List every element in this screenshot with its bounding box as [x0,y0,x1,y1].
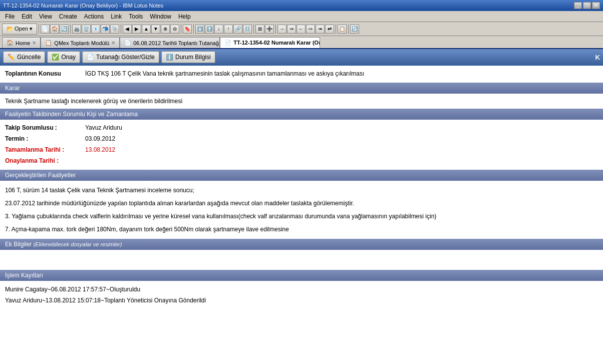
switch-icon[interactable]: ⇄ [325,25,334,34]
guncelle-icon: ✏️ [8,54,15,61]
menu-view[interactable]: View [36,12,55,21]
termin-row: Termin : 03.09.2012 [5,134,598,145]
arrow-r3-icon[interactable]: ⇨ [306,25,315,34]
menu-file[interactable]: File [2,12,18,21]
bookmark-icon[interactable]: 🔖 [183,25,192,34]
separator-8 [336,24,336,34]
arrow-r2-icon[interactable]: ⇒ [287,25,296,34]
separator-3 [121,24,121,34]
download-icon[interactable]: ⬇️ [195,25,204,34]
tutanagi-button[interactable]: 📄 Tutanağı Göster/Gizle [82,51,159,63]
onaylanma-row: Onaylanma Tarihi : [5,156,598,167]
prev-icon[interactable]: ◀ [123,25,132,34]
tab-karar[interactable]: 📄 TT-12-1354-02 Numaralı Karar (Onay ...… [220,37,320,48]
karar-tab-label: TT-12-1354-02 Numaralı Karar (Onay ... [233,40,320,46]
attach-icon[interactable]: 📎 [110,25,119,34]
qmex-tab-close[interactable]: ✕ [111,40,115,46]
close-panel-button[interactable]: K [595,54,600,61]
expand-icon[interactable]: ⊕ [161,25,170,34]
address-icon[interactable]: 📬 [101,25,110,34]
tab-qmex[interactable]: 📋 QMex Toplantı Modülü ✕ [41,37,120,48]
ek-bilgiler-sub: (Eklenebilecek dosyalar ve resimler) [34,241,122,247]
delete-icon[interactable]: 🗑️ [82,25,91,34]
guncelle-button[interactable]: ✏️ Güncelle [3,51,45,63]
islem-log2: Yavuz Ariduru~13.08.2012 15:07:18~Toplan… [5,295,598,306]
home-tab-close[interactable]: ✕ [32,40,36,46]
up-icon[interactable]: ▲ [142,25,151,34]
menu-bar: File Edit View Create Actions Link Tools… [0,11,603,22]
open-button[interactable]: 📂 Open ▾ [2,24,37,35]
collapse-icon[interactable]: ⊖ [170,25,179,34]
ek-bilgiler-content [0,250,603,270]
gerceklestirilen-text2: 23.07.2012 tarihinde müdürlüğünüzde yapı… [5,197,598,210]
durum-icon: ℹ️ [166,54,173,61]
print-icon[interactable]: 🖨️ [72,25,81,34]
gerceklestirilen-text4: 7. Açma-kapama max. tork değeri 180Nm, d… [5,223,598,236]
arrow-r1-icon[interactable]: → [277,25,286,34]
add-icon[interactable]: ➕ [265,25,274,34]
menu-edit[interactable]: Edit [19,12,35,21]
tab-home[interactable]: 🏠 Home ✕ [2,37,41,48]
faaliyet-form: Takip Sorumlusu : Yavuz Ariduru Termin :… [0,120,603,170]
unlink-icon[interactable]: ⛓️ [243,25,252,34]
onay-icon: ✅ [52,54,59,61]
tamamlanma-label: Tamamlanma Tarihi : [5,146,85,153]
karar-text: Teknik Şartname taslağı incelenerek görü… [0,94,603,109]
tamamlanma-row: Tamamlanma Tarihi : 13.08.2012 [5,145,598,156]
toplanti-konu-label: Toplantının Konusu [5,70,85,77]
termin-value: 03.09.2012 [85,135,598,142]
separator-5 [193,24,194,34]
grid-icon[interactable]: ⊞ [255,25,264,34]
copy-icon[interactable]: 📋 [338,25,347,34]
home-icon[interactable]: 🏠 [50,25,59,34]
menu-actions[interactable]: Actions [81,12,107,21]
menu-link[interactable]: Link [108,12,125,21]
new-doc-icon[interactable]: 📄 [41,25,50,34]
refresh-icon[interactable]: 🔄 [60,25,69,34]
maximize-button[interactable]: □ [583,2,591,9]
window-title: TT-12-1354-02 Numaralı Karar (Onay Bekli… [3,3,163,9]
islem-log1: Munire Cagatay~06.08.2012 17:57:57~Oluşt… [5,284,598,295]
meeting-tab-icon: 📄 [124,40,131,46]
tamamlanma-value: 13.08.2012 [85,146,598,153]
menu-create[interactable]: Create [56,12,80,21]
separator-2 [70,24,71,34]
menu-tools[interactable]: Tools [126,12,146,21]
meeting-tab-label: 06.08.2012 Tarihli Toplantı Tutanağı ... [133,40,220,46]
durum-button[interactable]: ℹ️ Durum Bilgisi [161,51,215,63]
link-icon[interactable]: 🔗 [233,25,242,34]
arrow-l-icon[interactable]: ← [296,25,306,34]
down-icon[interactable]: ▼ [151,25,160,34]
gerceklestirilen-section-header: Gerçekleştirilen Faaliyetler [0,170,603,181]
termin-label: Termin : [5,135,85,142]
minimize-button[interactable]: _ [574,2,582,9]
qmex-tab-label: QMex Toplantı Modülü [54,40,109,46]
takip-row: Takip Sorumlusu : Yavuz Ariduru [5,123,598,134]
tab-bar: 🏠 Home ✕ 📋 QMex Toplantı Modülü ✕ 📄 06.0… [0,36,603,49]
ek-bilgiler-section-header: Ek Bilgiler (Eklenebilecek dosyalar ve r… [0,239,603,250]
faaliyet-section-header: Faaliyetin Takibinden Sorumlu Kişi ve Za… [0,109,603,120]
menu-help[interactable]: Help [175,12,194,21]
islem-content: Munire Cagatay~06.08.2012 17:57:57~Oluşt… [0,281,603,309]
main-toolbar: 📂 Open ▾ 📄 🏠 🔄 🖨️ 🗑️ 📧 📬 📎 ◀ ▶ ▲ ▼ ⊕ ⊖ 🔖… [0,22,603,36]
send-icon[interactable]: 📧 [91,25,100,34]
content-area: Toplantının Konusu İGD TKŞ 106 T Çelik V… [0,66,603,364]
open-icon: 📂 [7,26,14,32]
tab-meeting[interactable]: 📄 06.08.2012 Tarihli Toplantı Tutanağı .… [120,37,220,48]
onay-button[interactable]: ✅ Onay [47,51,80,63]
sync-icon[interactable]: 🔃 [350,25,359,34]
separator-6 [253,24,254,34]
next-icon[interactable]: ▶ [132,25,141,34]
arrow-down-icon[interactable]: ↓ [214,25,223,34]
takip-label: Takip Sorumlusu : [5,124,85,131]
menu-window[interactable]: Window [147,12,174,21]
upload-icon[interactable]: ⬆️ [205,25,214,34]
arrow-up-icon[interactable]: ↑ [224,25,233,34]
close-button[interactable]: ✕ [592,2,600,9]
separator-1 [39,24,39,34]
action-toolbar: ✏️ Güncelle ✅ Onay 📄 Tutanağı Göster/Giz… [0,49,603,66]
title-bar: TT-12-1354-02 Numaralı Karar (Onay Bekli… [0,0,603,11]
arrow-r4-icon[interactable]: ↠ [316,25,325,34]
gerceklestirilen-text1: 106 T, sürüm 14 taslak Çelik vana Teknik… [5,184,598,197]
gerceklestirilen-content: 106 T, sürüm 14 taslak Çelik vana Teknik… [0,181,603,239]
